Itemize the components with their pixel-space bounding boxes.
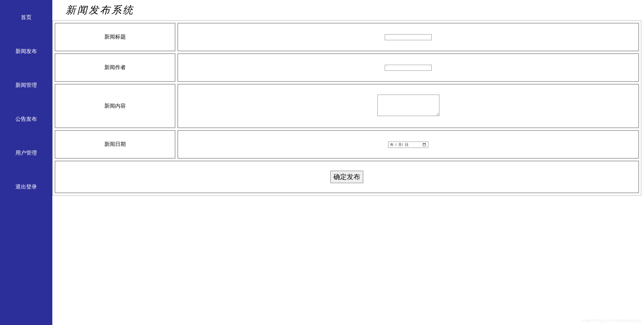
cell-news-content-input xyxy=(177,84,639,128)
news-date-placeholder: 年 / 月/ 日 xyxy=(390,142,409,147)
label-news-date: 新闻日期 xyxy=(55,130,175,159)
news-title-input[interactable] xyxy=(385,34,432,40)
cell-news-author-input xyxy=(177,53,639,82)
label-news-author: 新闻作者 xyxy=(55,53,175,82)
sidebar-item-news-publish[interactable]: 新闻发布 xyxy=(0,42,52,61)
cell-submit: 确定发布 xyxy=(55,161,639,193)
calendar-icon xyxy=(422,143,426,147)
cell-news-title-input xyxy=(177,23,639,51)
news-content-textarea[interactable] xyxy=(377,95,439,116)
news-date-input[interactable]: 年 / 月/ 日 xyxy=(388,142,428,148)
cell-news-date-input: 年 / 月/ 日 xyxy=(177,130,639,159)
news-form-table: 新闻标题 新闻作者 新闻内容 新闻日期 xyxy=(52,20,641,196)
label-news-title: 新闻标题 xyxy=(55,23,175,51)
sidebar-item-home[interactable]: 首页 xyxy=(0,8,52,27)
sidebar-item-user-manage[interactable]: 用户管理 xyxy=(0,144,52,163)
main-content: 新闻发布系统 新闻标题 新闻作者 新闻内容 新闻日期 xyxy=(52,0,644,325)
news-author-input[interactable] xyxy=(385,65,432,71)
sidebar-item-logout[interactable]: 退出登录 xyxy=(0,177,52,197)
submit-button[interactable]: 确定发布 xyxy=(330,171,363,183)
page-title: 新闻发布系统 xyxy=(52,0,644,20)
sidebar-item-news-manage[interactable]: 新闻管理 xyxy=(0,76,52,95)
sidebar: 首页 新闻发布 新闻管理 公告发布 用户管理 退出登录 xyxy=(0,0,52,325)
label-news-content: 新闻内容 xyxy=(55,84,175,128)
sidebar-item-notice-publish[interactable]: 公告发布 xyxy=(0,110,52,129)
